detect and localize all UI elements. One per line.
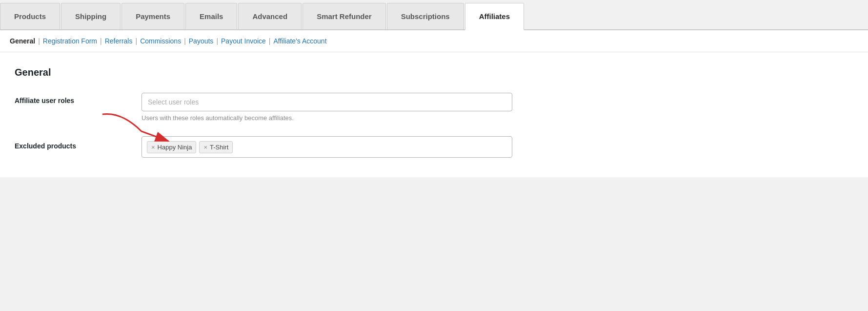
tab-shipping[interactable]: Shipping bbox=[61, 3, 121, 29]
tab-emails[interactable]: Emails bbox=[185, 3, 237, 29]
tab-subscriptions[interactable]: Subscriptions bbox=[387, 3, 464, 29]
excluded-products-tags-input[interactable]: × Happy Ninja × T-Shirt bbox=[141, 136, 512, 158]
affiliate-user-roles-input[interactable]: Select user roles bbox=[141, 93, 512, 111]
tag-tshirt: × T-Shirt bbox=[199, 141, 233, 153]
sub-nav-item-commissions[interactable]: Commissions bbox=[140, 37, 181, 45]
tab-affiliates[interactable]: Affiliates bbox=[465, 3, 524, 30]
sub-nav-separator-1: | bbox=[38, 37, 40, 45]
sub-nav-separator-6: | bbox=[269, 37, 271, 45]
field-label-affiliate-user-roles: Affiliate user roles bbox=[15, 93, 141, 104]
tab-products[interactable]: Products bbox=[0, 3, 60, 29]
sub-nav: General | Registration Form | Referrals … bbox=[0, 30, 868, 52]
tag-label-happy-ninja: Happy Ninja bbox=[158, 144, 192, 151]
tag-remove-tshirt[interactable]: × bbox=[203, 144, 207, 151]
tab-smart-refunder[interactable]: Smart Refunder bbox=[303, 3, 386, 29]
sub-nav-item-affiliate-s-account[interactable]: Affiliate's Account bbox=[274, 37, 327, 45]
tag-label-tshirt: T-Shirt bbox=[210, 144, 228, 151]
form-label-excluded-products: Excluded products bbox=[15, 136, 141, 150]
tab-bar: ProductsShippingPaymentsEmailsAdvancedSm… bbox=[0, 0, 868, 30]
sub-nav-separator-2: | bbox=[100, 37, 102, 45]
sub-nav-separator-4: | bbox=[184, 37, 186, 45]
tab-advanced[interactable]: Advanced bbox=[238, 3, 302, 29]
main-content: General Affiliate user roles Select user… bbox=[0, 52, 868, 177]
form-row-affiliate-user-roles: Affiliate user roles Select user roles U… bbox=[15, 93, 853, 122]
sub-nav-separator-5: | bbox=[216, 37, 218, 45]
sub-nav-item-payouts[interactable]: Payouts bbox=[189, 37, 214, 45]
sub-nav-item-registration-form[interactable]: Registration Form bbox=[43, 37, 97, 45]
section-title: General bbox=[15, 67, 853, 78]
form-control-wrap-affiliate-user-roles: Select user roles Users with these roles… bbox=[141, 93, 853, 122]
affiliate-user-roles-description: Users with these roles automatically bec… bbox=[141, 114, 853, 122]
sub-nav-item-referrals[interactable]: Referrals bbox=[105, 37, 133, 45]
tag-happy-ninja: × Happy Ninja bbox=[147, 141, 196, 153]
sub-nav-separator-3: | bbox=[135, 37, 137, 45]
tab-payments[interactable]: Payments bbox=[121, 3, 184, 29]
sub-nav-item-payout-invoice[interactable]: Payout Invoice bbox=[221, 37, 266, 45]
tag-remove-happy-ninja[interactable]: × bbox=[151, 144, 155, 151]
sub-nav-item-general: General bbox=[10, 37, 35, 45]
